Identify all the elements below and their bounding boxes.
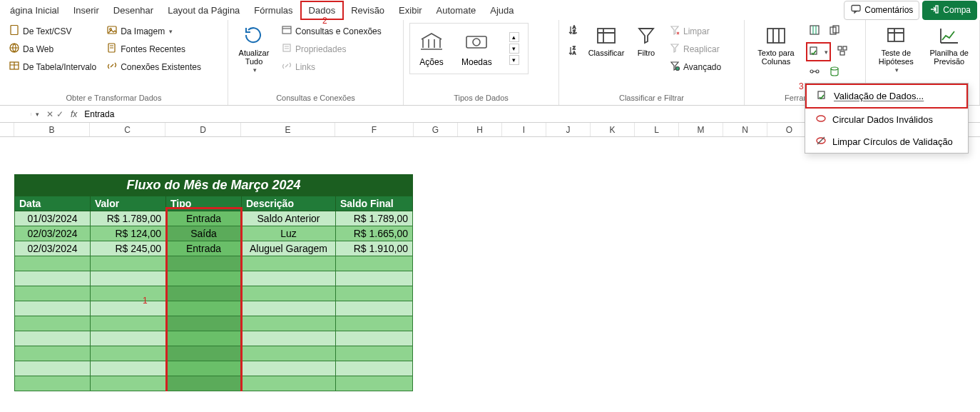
table-row[interactable] xyxy=(15,346,413,361)
from-web-button[interactable]: Da Web xyxy=(6,41,99,57)
cell-saldo[interactable] xyxy=(336,376,413,391)
cell-desc[interactable]: Aluguel Garagem xyxy=(242,241,336,256)
cell-tipo[interactable] xyxy=(166,316,242,331)
menu-data-validation[interactable]: Validação de Dados... xyxy=(805,84,968,109)
tab-formulas[interactable]: Fórmulas xyxy=(247,2,300,19)
cell-saldo[interactable] xyxy=(336,346,413,361)
cell-data[interactable] xyxy=(15,316,91,331)
cell-saldo[interactable] xyxy=(336,301,413,316)
cell-saldo[interactable] xyxy=(336,286,413,301)
cell-tipo[interactable] xyxy=(166,376,242,391)
cell-saldo[interactable] xyxy=(336,331,413,346)
cell-valor[interactable] xyxy=(91,286,166,301)
tab-review[interactable]: Revisão xyxy=(344,2,392,19)
tab-automate[interactable]: Automate xyxy=(429,2,484,19)
cell-data[interactable] xyxy=(15,271,91,286)
cell-saldo[interactable]: R$ 1.789,00 xyxy=(336,211,413,226)
column-header[interactable]: B xyxy=(14,123,90,136)
remove-duplicates-button[interactable] xyxy=(826,23,843,39)
cell-saldo[interactable] xyxy=(336,361,413,376)
cell-saldo[interactable]: R$ 1.665,00 xyxy=(336,226,413,241)
table-row[interactable] xyxy=(15,271,413,286)
table-row[interactable]: 02/03/2024R$ 124,00SaídaLuzR$ 1.665,00 xyxy=(15,226,413,241)
cell-desc[interactable] xyxy=(242,301,336,316)
table-row[interactable] xyxy=(15,256,413,271)
column-header[interactable]: M xyxy=(679,123,723,136)
cell-data[interactable] xyxy=(15,331,91,346)
menu-clear-circles[interactable]: Limpar Círculos de Validação xyxy=(805,131,968,153)
cell-data[interactable] xyxy=(15,256,91,271)
cell-valor[interactable] xyxy=(91,256,166,271)
cell-tipo[interactable] xyxy=(166,331,242,346)
name-box[interactable] xyxy=(0,113,31,116)
tab-insert[interactable]: Inserir xyxy=(66,2,106,19)
cell-data[interactable] xyxy=(15,346,91,361)
gallery-more-button[interactable]: ▾ xyxy=(509,55,519,65)
column-header[interactable]: J xyxy=(546,123,591,136)
tab-home[interactable]: ágina Inicial xyxy=(3,2,66,19)
share-button[interactable]: Compa xyxy=(922,1,977,20)
stocks-type-button[interactable]: Ações xyxy=(419,31,444,67)
column-header[interactable]: D xyxy=(165,123,241,136)
cell-tipo[interactable]: Entrada xyxy=(166,241,242,256)
cell-tipo[interactable]: Entrada xyxy=(166,211,242,226)
cell-valor[interactable] xyxy=(91,361,166,376)
flash-fill-button[interactable] xyxy=(806,23,823,39)
existing-connections-button[interactable]: Conexões Existentes xyxy=(103,59,204,75)
relationships-button[interactable] xyxy=(806,64,823,81)
cell-tipo[interactable] xyxy=(166,361,242,376)
column-header[interactable]: E xyxy=(241,123,335,136)
table-row[interactable] xyxy=(15,286,413,301)
table-row[interactable] xyxy=(15,316,413,331)
column-header[interactable]: I xyxy=(502,123,546,136)
clear-filter-button[interactable]: Limpar xyxy=(666,23,724,39)
table-row[interactable] xyxy=(15,301,413,316)
column-header[interactable]: N xyxy=(723,123,767,136)
cell-desc[interactable] xyxy=(242,346,336,361)
from-image-button[interactable]: Da Imagem▾ xyxy=(103,23,204,39)
cell-data[interactable] xyxy=(15,286,91,301)
recent-sources-button[interactable]: Fontes Recentes xyxy=(103,41,204,57)
table-row[interactable]: 02/03/2024R$ 245,00EntradaAluguel Garage… xyxy=(15,241,413,256)
fx-icon[interactable]: fx xyxy=(68,109,80,119)
cell-desc[interactable]: Luz xyxy=(242,226,336,241)
chevron-down-icon[interactable]: ▾ xyxy=(33,111,42,118)
menu-circle-invalid[interactable]: Circular Dados Inválidos xyxy=(805,109,968,131)
consolidate-button[interactable] xyxy=(834,42,851,61)
confirm-icon[interactable]: ✓ xyxy=(56,109,63,119)
cell-data[interactable] xyxy=(15,301,91,316)
sort-desc-button[interactable]: ZA xyxy=(565,44,582,60)
cell-data[interactable]: 02/03/2024 xyxy=(15,226,91,241)
cell-tipo[interactable] xyxy=(166,271,242,286)
cell-valor[interactable] xyxy=(91,301,166,316)
cell-valor[interactable]: R$ 245,00 xyxy=(91,241,166,256)
currencies-type-button[interactable]: Moedas xyxy=(461,31,492,67)
cell-tipo[interactable] xyxy=(166,301,242,316)
column-header[interactable]: H xyxy=(458,123,502,136)
filter-button[interactable]: Filtro xyxy=(631,23,662,59)
from-text-csv-button[interactable]: De Text/CSV xyxy=(6,23,99,39)
cell-desc[interactable] xyxy=(242,376,336,391)
text-to-columns-button[interactable]: Texto para Colunas xyxy=(750,23,802,67)
tab-help[interactable]: Ajuda xyxy=(483,2,521,19)
data-validation-button[interactable]: ▾ xyxy=(806,42,831,61)
table-row[interactable] xyxy=(15,376,413,391)
cell-data[interactable] xyxy=(15,376,91,391)
cell-tipo[interactable]: Saída xyxy=(166,226,242,241)
data-types-gallery[interactable]: Ações Moedas ▴ ▾ ▾ xyxy=(409,23,529,74)
cell-tipo[interactable] xyxy=(166,256,242,271)
table-row[interactable]: 01/03/2024R$ 1.789,00EntradaSaldo Anteri… xyxy=(15,211,413,226)
queries-connections-button[interactable]: Consultas e Conexões xyxy=(278,23,384,39)
whatif-button[interactable]: Teste de Hipóteses▾ xyxy=(872,23,921,76)
table-row[interactable] xyxy=(15,331,413,346)
cell-valor[interactable]: R$ 124,00 xyxy=(91,226,166,241)
cell-tipo[interactable] xyxy=(166,346,242,361)
cell-saldo[interactable] xyxy=(336,256,413,271)
gallery-down-button[interactable]: ▾ xyxy=(509,44,519,54)
cancel-icon[interactable]: ✕ xyxy=(46,109,53,119)
sheet-area[interactable]: Fluxo do Mês de Março 2024 Data Valor Ti… xyxy=(0,137,980,391)
cell-saldo[interactable] xyxy=(336,316,413,331)
column-header[interactable]: L xyxy=(635,123,679,136)
cell-data[interactable] xyxy=(15,361,91,376)
tab-layout[interactable]: Layout da Página xyxy=(160,2,247,19)
